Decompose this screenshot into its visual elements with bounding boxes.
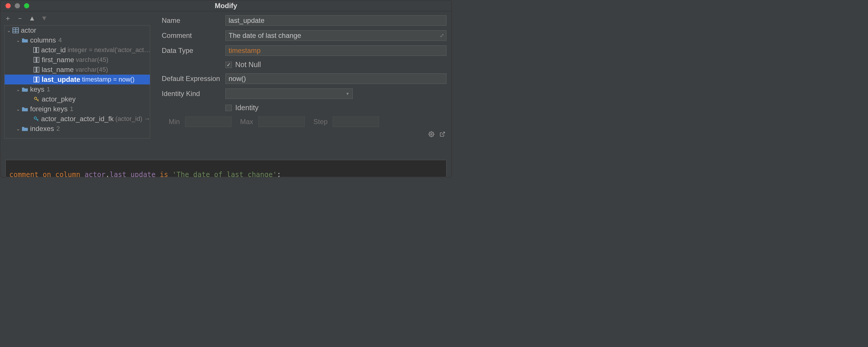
sql-keyword: comment bbox=[9, 170, 38, 177]
column-icon bbox=[34, 76, 39, 83]
folder-icon bbox=[22, 126, 28, 132]
tree-label: actor_pkey bbox=[42, 95, 75, 103]
preview-sql[interactable]: comment on column actor.last_update is '… bbox=[5, 160, 446, 177]
defexpr-input[interactable] bbox=[225, 73, 446, 84]
tree-type: integer = nextval('actor_act…) bbox=[67, 46, 150, 54]
tree-label: indexes bbox=[30, 125, 54, 133]
tree-label: last_name bbox=[42, 66, 74, 74]
tree-node-columns[interactable]: ⌄ columns 4 bbox=[5, 35, 150, 45]
tree-node-column[interactable]: last_name varchar(45) bbox=[5, 65, 150, 74]
open-console-icon[interactable] bbox=[439, 130, 445, 139]
min-input[interactable] bbox=[185, 117, 231, 127]
tree-label: keys bbox=[30, 85, 44, 93]
min-label: Min bbox=[169, 118, 180, 126]
minimize-window-button[interactable] bbox=[15, 3, 20, 8]
sql-keyword: on bbox=[43, 170, 51, 177]
tree-label: actor_id bbox=[41, 46, 66, 54]
tree-label: actor bbox=[21, 26, 36, 34]
object-tree[interactable]: ⌄ actor ⌄ columns 4 bbox=[4, 25, 150, 138]
svg-rect-9 bbox=[36, 67, 37, 72]
sql-dot: . bbox=[105, 170, 110, 177]
svg-point-12 bbox=[34, 97, 37, 99]
tree-node-column-selected[interactable]: last_update timestamp = now() bbox=[5, 74, 150, 85]
defexpr-label: Default Expression bbox=[162, 74, 225, 83]
identity-label: Identity bbox=[235, 103, 259, 112]
foreign-key-icon bbox=[34, 116, 39, 122]
svg-rect-7 bbox=[36, 57, 37, 62]
sql-semi: ; bbox=[277, 170, 281, 177]
sql-keyword: is bbox=[160, 170, 168, 177]
close-window-button[interactable] bbox=[5, 3, 11, 8]
tree-node-fkey[interactable]: actor_actor_actor_id_fk (actor_id) → act bbox=[5, 114, 150, 124]
sql-keyword: column bbox=[55, 170, 81, 177]
name-label: Name bbox=[162, 17, 225, 25]
svg-rect-11 bbox=[36, 77, 37, 82]
comment-input[interactable] bbox=[225, 30, 446, 41]
notnull-checkbox[interactable] bbox=[225, 62, 232, 68]
tree-label: actor_actor_actor_id_fk bbox=[41, 115, 114, 123]
remove-button[interactable]: － bbox=[17, 13, 24, 23]
datatype-label: Data Type bbox=[162, 46, 225, 55]
svg-line-17 bbox=[37, 119, 38, 120]
chevron-down-icon: ▼ bbox=[345, 91, 349, 96]
left-pane: ＋ － ▲ ▼ ⌄ actor ⌄ colu bbox=[0, 11, 153, 177]
name-input[interactable] bbox=[225, 15, 446, 26]
titlebar: Modify bbox=[0, 0, 452, 11]
add-button[interactable]: ＋ bbox=[4, 13, 11, 23]
folder-icon bbox=[22, 87, 28, 92]
tree-count: 1 bbox=[70, 105, 73, 113]
idkind-label: Identity Kind bbox=[162, 90, 225, 98]
tree-node-fkeys[interactable]: ⌄ foreign keys 1 bbox=[5, 104, 150, 114]
svg-point-18 bbox=[431, 134, 432, 135]
traffic-lights bbox=[0, 3, 29, 8]
gear-icon[interactable] bbox=[429, 130, 434, 139]
tree-detail: (actor_id) → act bbox=[116, 115, 150, 123]
right-pane: Name Comment ⤢ Data Type Not Null bbox=[153, 11, 452, 177]
key-icon bbox=[34, 96, 39, 102]
expand-icon: ⌄ bbox=[16, 38, 20, 43]
zoom-window-button[interactable] bbox=[24, 3, 29, 8]
tree-node-key[interactable]: actor_pkey bbox=[5, 94, 150, 104]
tree-label: last_update bbox=[42, 75, 80, 84]
dialog-content: ＋ － ▲ ▼ ⌄ actor ⌄ colu bbox=[0, 11, 452, 177]
tree-type: timestamp = now() bbox=[82, 76, 134, 83]
sql-ident: actor bbox=[85, 170, 105, 177]
comment-label: Comment bbox=[162, 32, 225, 40]
tree-node-keys[interactable]: ⌄ keys 1 bbox=[5, 85, 150, 94]
svg-line-14 bbox=[38, 99, 38, 100]
sql-string: 'The date of last change' bbox=[173, 170, 277, 177]
idkind-select[interactable]: ▼ bbox=[225, 89, 353, 99]
expand-icon: ⌄ bbox=[7, 28, 11, 33]
expand-icon: ⌄ bbox=[16, 126, 20, 132]
tree-label: first_name bbox=[42, 56, 74, 64]
table-icon bbox=[13, 28, 19, 33]
tree-count: 1 bbox=[46, 86, 50, 93]
tree-label: foreign keys bbox=[30, 105, 67, 113]
notnull-label: Not Null bbox=[235, 60, 261, 69]
tree-toolbar: ＋ － ▲ ▼ bbox=[0, 11, 153, 25]
tree-node-column[interactable]: first_name varchar(45) bbox=[5, 55, 150, 65]
column-icon bbox=[34, 67, 39, 72]
move-up-button[interactable]: ▲ bbox=[29, 14, 36, 22]
tree-node-column[interactable]: actor_id integer = nextval('actor_act…) bbox=[5, 45, 150, 55]
column-icon bbox=[34, 57, 39, 63]
sql-ident: last_update bbox=[110, 170, 156, 177]
folder-icon bbox=[22, 106, 28, 112]
max-input[interactable] bbox=[258, 117, 305, 127]
tree-type: varchar(45) bbox=[75, 66, 108, 73]
expand-icon: ⌄ bbox=[16, 106, 20, 112]
svg-point-15 bbox=[34, 117, 36, 119]
identity-checkbox[interactable] bbox=[225, 105, 232, 111]
tree-count: 4 bbox=[58, 36, 62, 44]
tree-node-table[interactable]: ⌄ actor bbox=[5, 26, 150, 35]
svg-rect-5 bbox=[35, 48, 37, 53]
modify-dialog: Modify ＋ － ▲ ▼ ⌄ actor ⌄ bbox=[0, 0, 452, 178]
column-icon bbox=[34, 47, 39, 53]
datatype-input[interactable] bbox=[225, 45, 446, 56]
step-input[interactable] bbox=[333, 117, 379, 127]
tree-label: columns bbox=[30, 36, 56, 44]
move-down-button[interactable]: ▼ bbox=[41, 14, 48, 22]
max-label: Max bbox=[240, 118, 253, 126]
tree-node-indexes[interactable]: ⌄ indexes 2 bbox=[5, 124, 150, 134]
step-label: Step bbox=[313, 118, 328, 126]
